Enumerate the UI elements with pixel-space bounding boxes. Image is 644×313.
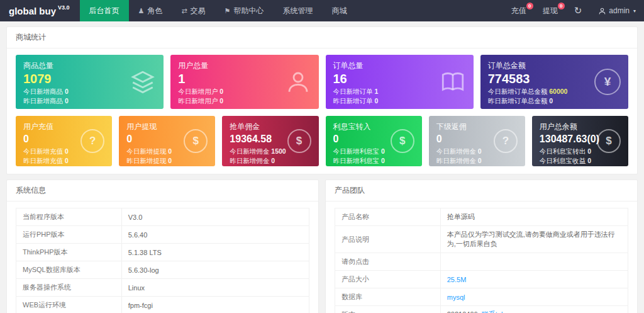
menu-item-label: 后台首页	[89, 6, 119, 16]
stat-card-orders-amount: 订单总金额 774583 今日新增订单总金额60000 昨日新增订单总金额0 ¥	[480, 55, 628, 109]
stat-line: 今日利息宝收益0	[540, 157, 621, 166]
table-row: 产品大小25.5M	[335, 271, 628, 288]
table-row: 数据库mysql	[335, 288, 628, 306]
table-row: 产品名称抢单源码	[335, 208, 628, 226]
admin-label: admin	[609, 6, 630, 15]
user-icon	[598, 7, 606, 15]
stats-row-2: 用户充值 0 今日新增充值0 昨日新增充值0 ? 用户提现 0 今日新增提现0 …	[16, 116, 628, 166]
recharge-badge: 0	[526, 3, 533, 9]
navbar-right: 充值 0 提现 0 ↻ admin ▾	[503, 0, 644, 21]
table-row: 版本20210406联系telegram	[335, 306, 628, 313]
question-icon: ?	[80, 129, 104, 153]
stat-card-grab-commission: 抢单佣金 19364.58 今日新增佣金1500 昨日新增佣金0 $	[222, 116, 318, 166]
dollar-icon: $	[184, 129, 208, 153]
stat-card-users-total: 用户总量 1 今日新增用户0 昨日新增用户0	[170, 55, 318, 109]
menu-item-mall[interactable]: 商城	[322, 0, 356, 21]
stat-card-products-total: 商品总量 1079 今日新增商品0 昨日新增商品0	[16, 55, 164, 109]
flag-icon: ⚑	[225, 7, 231, 15]
table-row: WEB运行环境fpm-fcgi	[16, 297, 309, 313]
menu-item-label: 系统管理	[282, 6, 313, 16]
menu-item-label: 角色	[147, 6, 162, 16]
question-icon: ?	[494, 129, 518, 153]
stat-card-user-balance: 用户总余额 130487.63(0) 今日利息宝转出0 今日利息宝收益0 $	[532, 116, 628, 166]
refresh-button[interactable]: ↻	[566, 0, 591, 21]
recharge-label: 充值	[511, 6, 526, 16]
brand-version: V3.0	[58, 4, 70, 11]
brand-logo[interactable]: global buy V3.0	[0, 0, 80, 21]
database-link[interactable]: mysql	[447, 293, 465, 301]
stat-card-referral-commission: 下级返佣 0 今日新增佣金0 昨日新增佣金0 ?	[429, 116, 525, 166]
table-row: 产品说明本产品仅为学习测试交流,请勿要做商业或者用于违法行为,一切后果自负	[335, 226, 628, 253]
version-value: 20210406	[447, 310, 478, 313]
menu-item-label: 帮助中心	[233, 6, 264, 16]
mall-stats-title: 商城统计	[7, 27, 637, 48]
menu-item-label: 商城	[331, 6, 347, 16]
product-team-table: 产品名称抢单源码 产品说明本产品仅为学习测试交流,请勿要做商业或者用于违法行为,…	[335, 208, 628, 313]
menu-item-roles[interactable]: ♟ 角色	[129, 0, 172, 21]
admin-dropdown[interactable]: admin ▾	[590, 0, 644, 21]
telegram-link[interactable]: 联系telegram	[482, 310, 523, 313]
product-team-panel: 产品团队 产品名称抢单源码 产品说明本产品仅为学习测试交流,请勿要做商业或者用于…	[325, 179, 638, 313]
mall-stats-panel: 商城统计 商品总量 1079 今日新增商品0 昨日新增商品0 用户总量 1 今日…	[6, 26, 638, 174]
main-menu: 后台首页 ♟ 角色 ⇄ 交易 ⚑ 帮助中心 系统管理 商城	[80, 0, 357, 21]
yen-icon: ¥	[594, 69, 621, 95]
system-info-table: 当前程序版本V3.0 运行PHP版本5.6.40 ThinkPHP版本5.1.3…	[16, 208, 309, 313]
withdraw-button[interactable]: 提现 0	[535, 0, 566, 21]
refresh-icon: ↻	[574, 5, 582, 16]
user-icon	[285, 69, 311, 95]
mall-stats-body: 商品总量 1079 今日新增商品0 昨日新增商品0 用户总量 1 今日新增用户0…	[7, 48, 637, 174]
stat-card-interest-in: 利息宝转入 0 今日新增利息宝0 昨日新增利息宝0 $	[326, 116, 422, 166]
menu-item-system-settings[interactable]: 系统管理	[273, 0, 322, 21]
brand-name: global buy	[9, 6, 56, 16]
bottom-panels: 系统信息 当前程序版本V3.0 运行PHP版本5.6.40 ThinkPHP版本…	[6, 179, 638, 313]
table-row: ThinkPHP版本5.1.38 LTS	[16, 244, 309, 261]
table-row: MySQL数据库版本5.6.30-log	[16, 261, 309, 279]
table-row: 运行PHP版本5.6.40	[16, 226, 309, 244]
product-size-link[interactable]: 25.5M	[447, 276, 467, 283]
withdraw-badge: 0	[558, 3, 565, 9]
stats-row-1: 商品总量 1079 今日新增商品0 昨日新增商品0 用户总量 1 今日新增用户0…	[16, 55, 628, 109]
stat-line: 昨日新增利息宝0	[333, 157, 414, 166]
menu-item-dashboard[interactable]: 后台首页	[80, 0, 129, 21]
book-icon	[440, 69, 466, 95]
product-team-body: 产品名称抢单源码 产品说明本产品仅为学习测试交流,请勿要做商业或者用于违法行为,…	[326, 202, 637, 313]
stat-card-user-withdraw: 用户提现 0 今日新增提现0 昨日新增提现0 $	[119, 116, 215, 166]
stat-line: 昨日新增佣金0	[230, 157, 311, 166]
chevron-down-icon: ▾	[633, 8, 636, 14]
stat-line: 昨日新增充值0	[23, 157, 104, 166]
stat-line: 昨日新增提现0	[126, 157, 208, 166]
layers-icon	[130, 69, 156, 95]
system-info-title: 系统信息	[7, 180, 318, 202]
product-team-title: 产品团队	[326, 180, 637, 202]
trade-icon: ⇄	[181, 7, 187, 15]
withdraw-label: 提现	[543, 6, 558, 16]
stat-line: 昨日新增商品0	[23, 97, 156, 106]
dollar-icon: $	[391, 129, 414, 153]
dollar-icon: $	[287, 129, 311, 153]
stat-line: 昨日新增用户0	[178, 97, 311, 106]
stat-card-user-recharge: 用户充值 0 今日新增充值0 昨日新增充值0 ?	[16, 116, 112, 166]
table-row: 当前程序版本V3.0	[16, 208, 309, 226]
stat-line: 昨日新增订单总金额0	[488, 97, 621, 106]
menu-item-label: 交易	[191, 6, 206, 16]
top-navbar: global buy V3.0 后台首页 ♟ 角色 ⇄ 交易 ⚑ 帮助中心 系统…	[0, 0, 644, 21]
system-info-panel: 系统信息 当前程序版本V3.0 运行PHP版本5.6.40 ThinkPHP版本…	[6, 179, 319, 313]
dollar-icon: $	[597, 129, 621, 153]
table-row: 服务器操作系统Linux	[16, 279, 309, 297]
stat-line: 昨日新增订单0	[333, 97, 466, 106]
role-icon: ♟	[138, 7, 145, 15]
table-row: 请勿点击	[335, 253, 628, 271]
menu-item-trade[interactable]: ⇄ 交易	[172, 0, 214, 21]
stat-line: 昨日新增佣金0	[436, 157, 518, 166]
stat-card-orders-total: 订单总量 16 今日新增订单1 昨日新增订单0	[326, 55, 474, 109]
recharge-button[interactable]: 充值 0	[503, 0, 535, 21]
menu-item-help-center[interactable]: ⚑ 帮助中心	[215, 0, 274, 21]
system-info-body: 当前程序版本V3.0 运行PHP版本5.6.40 ThinkPHP版本5.1.3…	[7, 202, 318, 313]
